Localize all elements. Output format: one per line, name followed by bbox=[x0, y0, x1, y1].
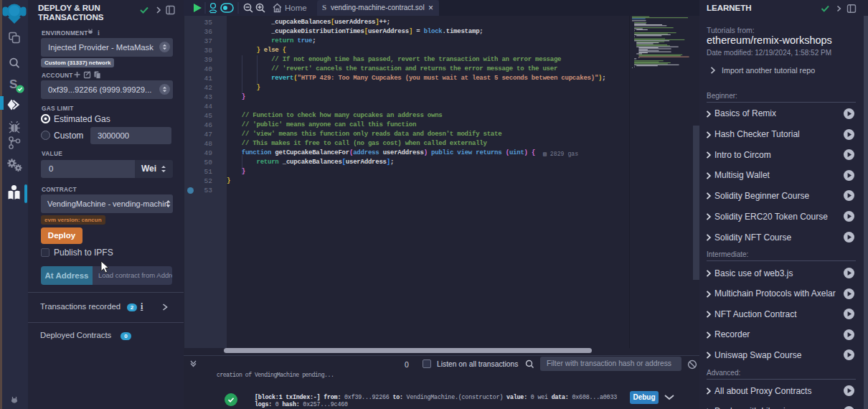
svg-text:i: i bbox=[98, 29, 100, 36]
svg-text:Home: Home bbox=[285, 4, 307, 12]
